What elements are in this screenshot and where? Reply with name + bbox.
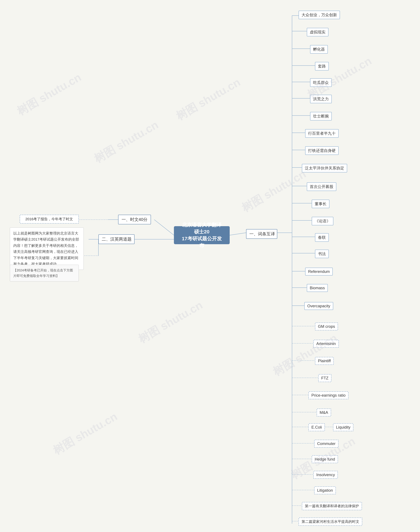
leaf-9: 打铁还需自身硬 [305, 146, 339, 155]
watermark-8: 树图 shutu.cn [50, 409, 120, 458]
leaf-2: 虚拟现实 [307, 28, 329, 36]
leaf-sub-8: Liquidity [333, 423, 353, 431]
leaf-sub-6: M&A [317, 409, 331, 417]
leaf-15: 书法 [315, 250, 329, 258]
left-promo-box: 【2024考研备考已开始，现在点击下方图片即可免费领取全年学习资料】 [10, 265, 79, 281]
leaf-sub-5: Price-earnings ratio [308, 391, 348, 399]
leaf-en-2: Biomass [307, 284, 328, 292]
branch-right-1: 一、词条互译 [246, 229, 277, 239]
watermark-7: 树图 shutu.cn [136, 298, 205, 347]
watermark-1: 树图 shutu.cn [14, 70, 84, 119]
leaf-3: 孵化器 [310, 45, 328, 54]
leaf-11: 首次公开募股 [307, 182, 336, 191]
leaf-6: 洪荒之力 [310, 95, 332, 103]
leaf-sub-4: FTZ [318, 374, 331, 382]
branch-left-1: 一、时文40分 [118, 215, 151, 224]
leaf-sub-11: Insolvency [313, 471, 338, 479]
leaf-5: 吃瓜群众 [310, 78, 332, 87]
leaf-10: 泛太平洋伙伴关系协定 [302, 164, 347, 172]
central-node: 北京语言大学翻译硕士2017考研试题公开发布 [174, 226, 230, 244]
leaf-1: 大众创业，万众创新 [299, 11, 340, 19]
left-text-box: 以上就是树图网为大家整理的北京语言大学翻译硕士2017考研试题公开发布的全部内容… [10, 227, 84, 270]
svg-line-0 [230, 233, 246, 235]
branch-left-3: 2016考了报告，今年考了时文 [20, 215, 79, 224]
watermark-3: 树图 shutu.cn [173, 75, 243, 124]
leaf-12: 董事长 [312, 200, 330, 208]
leaf-sub-9: Commuter [314, 440, 338, 448]
leaf-sub-7: E.Coli [308, 423, 325, 431]
leaf-sub-3: Plaintiff [315, 357, 334, 365]
watermark-6: 树图 shutu.cn [270, 331, 340, 379]
leaf-13: 《论语》 [312, 217, 333, 225]
leaf-sub-10: Hedge fund [312, 455, 338, 463]
branch-left-2: 二、汉英两道题 [98, 234, 135, 244]
leaf-en-3: Overcapacity [304, 302, 333, 310]
leaf-sub-1: GM crops [315, 322, 338, 330]
leaf-4: 套路 [315, 62, 329, 70]
leaf-8: 行百里者半九十 [305, 129, 339, 138]
watermark-4: 树图 shutu.cn [239, 167, 309, 215]
leaf-sub-12: Litigation [314, 486, 336, 494]
watermark-2: 树图 shutu.cn [91, 117, 161, 166]
svg-line-35 [154, 220, 174, 235]
mindmap-container: 北京语言大学翻译硕士2017考研试题公开发布 一、时文40分 二、汉英两道题 2… [0, 0, 420, 532]
leaf-sub-13: 第一篇有关翻译和译者的法律保护 [302, 502, 362, 510]
leaf-7: 壮士断腕 [310, 112, 332, 120]
leaf-14: 春联 [315, 233, 329, 242]
leaf-en-1: Referendum [305, 268, 333, 276]
leaf-sub-14: 第二篇梁家河村生活水平提高的时文 [299, 518, 362, 526]
leaf-sub-2: Artemisinin [313, 340, 339, 348]
